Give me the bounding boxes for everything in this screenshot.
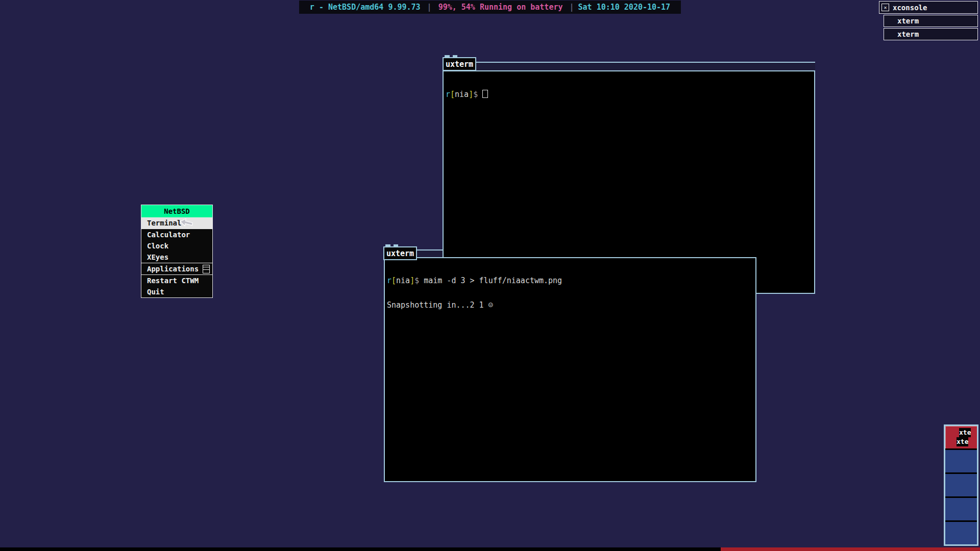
prompt-user: r bbox=[446, 90, 450, 99]
root-menu-title: NetBSD bbox=[141, 205, 212, 217]
window1-title-tab[interactable]: uxterm bbox=[443, 57, 476, 71]
menu-item-label: Terminal bbox=[147, 219, 181, 227]
prompt-bracket: ] bbox=[469, 90, 473, 99]
status-host: r - NetBSD/amd64 9.99.73 bbox=[310, 3, 421, 12]
menu-item-label: XEyes bbox=[147, 253, 168, 261]
menu-item-label: Restart CTWM bbox=[147, 277, 199, 285]
workspace-cell[interactable] bbox=[945, 448, 977, 472]
bottom-edge-window-black[interactable] bbox=[0, 547, 721, 551]
submenu-icon bbox=[203, 265, 210, 273]
workspace-pager: xte xte bbox=[944, 424, 978, 546]
window1-title: uxterm bbox=[446, 60, 473, 69]
desktop: r - NetBSD/amd64 9.99.73 | 99%, 54% Runn… bbox=[0, 0, 980, 551]
prompt-symbol: $ bbox=[414, 276, 419, 285]
workspace-cell[interactable] bbox=[945, 520, 977, 544]
iconified-x-icon: ✕ bbox=[881, 4, 889, 11]
terminal-output: Snapshotting in...2 1 ☺ bbox=[387, 301, 755, 309]
terminal-line: r[nia]$ bbox=[446, 90, 814, 98]
prompt-symbol: $ bbox=[473, 90, 478, 99]
iconmgr-label: xconsole bbox=[893, 4, 927, 12]
menu-item-label: Calculator bbox=[147, 231, 190, 239]
menu-item-label: Applications bbox=[147, 265, 199, 273]
status-separator: | bbox=[569, 3, 574, 12]
tab-notch bbox=[445, 55, 450, 58]
status-bar: r - NetBSD/amd64 9.99.73 | 99%, 54% Runn… bbox=[299, 1, 681, 14]
menu-item-clock[interactable]: Clock bbox=[141, 240, 212, 252]
terminal-cursor bbox=[482, 90, 488, 98]
window1-titlebar[interactable] bbox=[443, 62, 815, 70]
status-clock: Sat 10:10 2020-10-17 bbox=[578, 3, 671, 12]
status-battery: 99%, 54% Running on battery bbox=[438, 3, 563, 12]
root-menu: NetBSD Terminal Calculator Clock XEyes A… bbox=[141, 205, 213, 298]
menu-item-quit[interactable]: Quit bbox=[141, 286, 212, 297]
iconmgr-item-xconsole[interactable]: ✕ xconsole bbox=[879, 1, 978, 14]
menu-item-label: Quit bbox=[147, 288, 164, 296]
pager-window-chip: xte bbox=[959, 428, 971, 437]
pager-window-chip: xte bbox=[957, 437, 968, 446]
workspace-cell[interactable] bbox=[945, 496, 977, 520]
mouse-cursor-icon bbox=[180, 218, 193, 230]
prompt-bracket: [ bbox=[391, 276, 396, 285]
menu-item-calculator[interactable]: Calculator bbox=[141, 229, 212, 240]
menu-item-terminal[interactable]: Terminal bbox=[141, 217, 212, 229]
tab-notch bbox=[394, 244, 398, 247]
menu-item-restart-ctwm[interactable]: Restart CTWM bbox=[141, 275, 212, 286]
window2-title-tab[interactable]: uxterm bbox=[383, 246, 417, 260]
tab-notch bbox=[385, 244, 390, 247]
prompt-host: nia bbox=[455, 90, 469, 99]
iconmgr-label: xterm bbox=[897, 30, 919, 38]
workspace-cell-active[interactable]: xte xte bbox=[945, 426, 977, 448]
prompt-bracket: [ bbox=[450, 90, 455, 99]
window2-title: uxterm bbox=[386, 249, 414, 258]
menu-item-xeyes[interactable]: XEyes bbox=[141, 252, 212, 263]
terminal-command: maim -d 3 > fluff/niaactwm.png bbox=[424, 276, 562, 285]
window2-terminal[interactable]: r[nia]$maim -d 3 > fluff/niaactwm.png Sn… bbox=[384, 257, 756, 482]
iconmgr-label: xterm bbox=[897, 17, 919, 25]
menu-item-applications[interactable]: Applications bbox=[141, 263, 212, 274]
workspace-cell[interactable] bbox=[945, 472, 977, 496]
menu-item-label: Clock bbox=[147, 242, 168, 250]
tab-notch bbox=[453, 55, 457, 58]
prompt-user: r bbox=[387, 276, 391, 285]
prompt-bracket: ] bbox=[410, 276, 414, 285]
terminal-line: r[nia]$maim -d 3 > fluff/niaactwm.png bbox=[387, 277, 755, 285]
bottom-edge-window-red[interactable] bbox=[721, 547, 980, 551]
iconmgr-item-xterm-1[interactable]: xterm bbox=[884, 15, 978, 27]
status-separator: | bbox=[427, 3, 432, 12]
iconmgr-item-xterm-2[interactable]: xterm bbox=[884, 28, 978, 40]
prompt-host: nia bbox=[396, 276, 410, 285]
